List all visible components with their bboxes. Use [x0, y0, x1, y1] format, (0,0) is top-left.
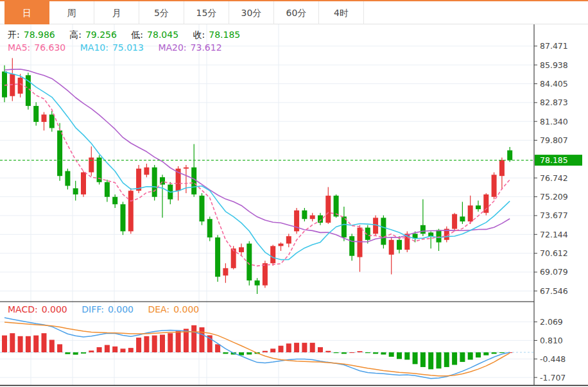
candle-body [136, 169, 141, 191]
candle-body [42, 114, 47, 121]
candle-body [499, 160, 505, 176]
candle-body [255, 280, 260, 286]
macd-bar [200, 327, 205, 352]
price-axis-label: 75.209 [540, 192, 568, 202]
candle-body [428, 232, 433, 236]
high-value: 79.256 [85, 30, 117, 40]
candle-body [121, 204, 126, 231]
tab-30min[interactable]: 30分 [229, 1, 274, 24]
macd-bar [334, 352, 339, 353]
candle-body [263, 263, 268, 285]
candle-body [81, 172, 86, 194]
dea-line [4, 322, 510, 376]
candle-body [105, 182, 110, 197]
macd-bar [452, 352, 457, 365]
macd-bar [152, 336, 157, 352]
candle-body [128, 191, 134, 231]
macd-bar [389, 352, 394, 357]
macd-bar [81, 352, 86, 354]
macd-value: 0.000 [42, 304, 67, 314]
candle-body [270, 246, 275, 263]
macd-bar [286, 343, 291, 352]
macd-bar [381, 352, 386, 354]
macd-bar [2, 336, 7, 352]
price-axis-label: 84.405 [540, 79, 568, 89]
tab-day[interactable]: 日 [4, 1, 49, 24]
macd-bar [160, 334, 165, 352]
candle-body [507, 150, 512, 160]
price-axis-label: 73.677 [540, 211, 568, 220]
macd-readout: MACD:0.000 DIFF:0.000 DEA:0.000 [8, 304, 203, 314]
macd-bar [270, 348, 275, 352]
low-label: 低: [131, 30, 143, 40]
candle-body [318, 215, 323, 222]
tab-4hour[interactable]: 4时 [319, 1, 364, 24]
macd-bar [18, 336, 23, 352]
candle-body [144, 168, 149, 175]
close-value: 78.185 [209, 30, 240, 40]
macd-label: MACD: [8, 304, 38, 314]
macd-bar [279, 346, 284, 352]
candle-body [349, 236, 354, 256]
trading-chart-app: 日 周 月 5分 15分 30分 60分 4时 开:78.986 高:79.25… [0, 0, 588, 387]
price-axis-label: 67.546 [540, 286, 568, 296]
macd-bar [105, 345, 110, 352]
macd-bar [246, 352, 252, 354]
macd-bar [49, 340, 55, 352]
price-axis-label: 82.873 [540, 98, 568, 107]
ohlc-readout: 开:78.986 高:79.256 低:78.045 收:78.185 [8, 30, 244, 41]
macd-axis-label: -0.448 [540, 354, 566, 364]
price-axis-label: 69.079 [540, 267, 568, 277]
candle-body [65, 171, 70, 186]
candle-body [492, 175, 497, 196]
candle-body [184, 168, 189, 169]
macd-bar [397, 352, 402, 359]
macd-bar [176, 331, 181, 352]
current-price-tag-label: 78.185 [540, 155, 568, 165]
candle-body [310, 215, 315, 219]
macd-bar [294, 343, 299, 352]
macd-bar [42, 333, 47, 352]
macd-axis-label: 0.810 [540, 336, 563, 345]
macd-bar [318, 347, 323, 352]
diff-label: DIFF: [82, 304, 104, 314]
ma10-value: 75.013 [112, 42, 144, 53]
candle-body [460, 216, 465, 221]
macd-axis-label: 2.069 [540, 317, 563, 327]
ma20-label: MA20: [158, 42, 186, 53]
tab-15min[interactable]: 15分 [184, 1, 229, 24]
macd-bar [168, 333, 173, 352]
candle-body [483, 194, 489, 213]
tab-week[interactable]: 周 [49, 1, 94, 24]
macd-bar [10, 333, 15, 352]
macd-bar [302, 343, 307, 352]
price-axis-label: 87.471 [540, 41, 568, 51]
tab-60min[interactable]: 60分 [274, 1, 319, 24]
candle-body [279, 244, 284, 246]
candle-body [239, 247, 244, 252]
candle-body [437, 230, 442, 242]
macd-bar [342, 352, 347, 354]
candle-body [112, 197, 117, 204]
price-axis-label: 81.340 [540, 117, 568, 126]
tab-month[interactable]: 月 [94, 1, 139, 24]
macd-bar [460, 352, 465, 362]
macd-bar [325, 351, 331, 352]
macd-bar [492, 352, 497, 354]
macd-bar [428, 352, 433, 369]
macd-bar [65, 352, 70, 354]
diff-value: 0.000 [108, 304, 134, 314]
candle-body [223, 268, 228, 275]
dea-label: DEA: [148, 304, 169, 314]
macd-bar [413, 352, 418, 364]
tab-5min[interactable]: 5分 [139, 1, 184, 24]
open-label: 开: [8, 30, 20, 40]
macd-bar [444, 352, 449, 367]
candle-body [358, 228, 363, 257]
macd-bar [223, 352, 228, 354]
candle-body [420, 225, 426, 234]
candlestick-macd-chart[interactable]: 87.47185.93884.40582.87381.34079.80776.7… [0, 24, 588, 387]
close-label: 收: [193, 30, 205, 40]
candle-body [18, 78, 23, 94]
macd-bar [263, 351, 268, 352]
